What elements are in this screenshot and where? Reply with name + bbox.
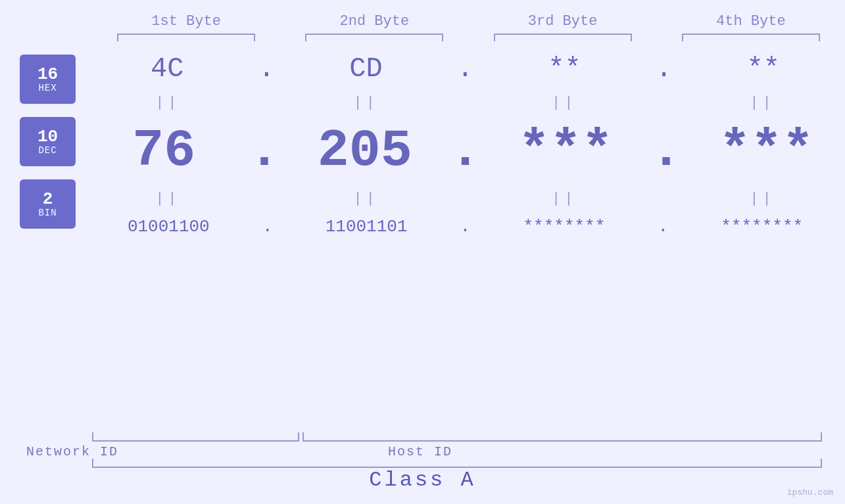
hex-dot1: . xyxy=(258,53,275,85)
hex-row: 4C . CD . ** . ** xyxy=(85,53,845,85)
bracket-b3 xyxy=(494,34,632,41)
eq1-b1: || xyxy=(95,95,240,111)
dec-dot3: . xyxy=(650,121,682,181)
hex-b4: ** xyxy=(691,53,836,85)
byte3-label: 3rd Byte xyxy=(491,13,635,30)
bin-dot1: . xyxy=(262,217,273,237)
bracket-b1 xyxy=(117,34,255,41)
content-area: 16 HEX 10 DEC 2 BIN 4C . CD . ** . ** ||… xyxy=(0,48,845,281)
byte-labels-row: 1st Byte 2nd Byte 3rd Byte 4th Byte xyxy=(0,13,845,30)
bin-b2: 11001101 xyxy=(294,217,439,237)
dec-badge-label: DEC xyxy=(38,145,57,156)
eq1-b4: || xyxy=(690,95,835,111)
bracket-b4 xyxy=(682,34,820,41)
dec-dot1: . xyxy=(249,121,280,181)
hex-badge: 16 HEX xyxy=(20,55,76,104)
dec-b4: *** xyxy=(694,121,839,181)
bin-b4: ******** xyxy=(690,217,834,237)
byte2-label: 2nd Byte xyxy=(302,13,447,30)
bin-dot3: . xyxy=(658,217,668,237)
bin-row: 01001100 . 11001101 . ******** . *******… xyxy=(85,217,845,237)
eq2-b2: || xyxy=(294,191,439,207)
eq1-b2: || xyxy=(294,95,439,111)
eq1-b3: || xyxy=(492,95,637,111)
dec-row: 76 . 205 . *** . *** xyxy=(85,121,845,181)
byte4-label: 4th Byte xyxy=(679,13,823,30)
dec-b2: 205 xyxy=(293,121,437,181)
class-label: Class A xyxy=(369,468,475,492)
dec-dot2: . xyxy=(449,121,481,181)
dec-badge: 10 DEC xyxy=(20,117,76,166)
ip-grid: 4C . CD . ** . ** || || || || 76 . 205 .… xyxy=(85,48,845,281)
dec-badge-number: 10 xyxy=(37,128,58,145)
bin-badge-label: BIN xyxy=(38,208,57,218)
network-id-label: Network ID xyxy=(26,444,118,459)
class-bracket xyxy=(92,459,822,468)
bin-badge: 2 BIN xyxy=(20,179,76,229)
network-id-bracket xyxy=(92,432,299,442)
watermark: ipshu.com xyxy=(787,488,833,497)
bin-badge-number: 2 xyxy=(43,191,53,208)
eq2-b4: || xyxy=(690,191,835,207)
byte1-label: 1st Byte xyxy=(114,13,258,30)
bin-b3: ******** xyxy=(492,217,637,237)
hex-badge-label: HEX xyxy=(38,83,57,93)
hex-b1: 4C xyxy=(95,53,239,85)
bin-dot2: . xyxy=(460,217,471,237)
top-brackets-row xyxy=(0,34,845,41)
dec-b1: 76 xyxy=(91,121,236,181)
hex-dot3: . xyxy=(656,53,672,85)
host-id-label: Host ID xyxy=(388,444,452,459)
eq-row-1: || || || || xyxy=(85,95,845,111)
eq2-b3: || xyxy=(492,191,637,207)
host-id-bracket xyxy=(302,432,822,442)
eq-row-2: || || || || xyxy=(85,191,845,207)
hex-badge-number: 16 xyxy=(37,66,58,83)
hex-b3: ** xyxy=(493,53,637,85)
eq2-b1: || xyxy=(95,191,240,207)
badges-column: 16 HEX 10 DEC 2 BIN xyxy=(0,48,85,281)
bin-b1: 01001100 xyxy=(96,217,241,237)
bracket-b2 xyxy=(305,34,443,41)
hex-b2: CD xyxy=(293,53,438,85)
hex-dot2: . xyxy=(457,53,473,85)
dec-b3: *** xyxy=(493,121,638,181)
